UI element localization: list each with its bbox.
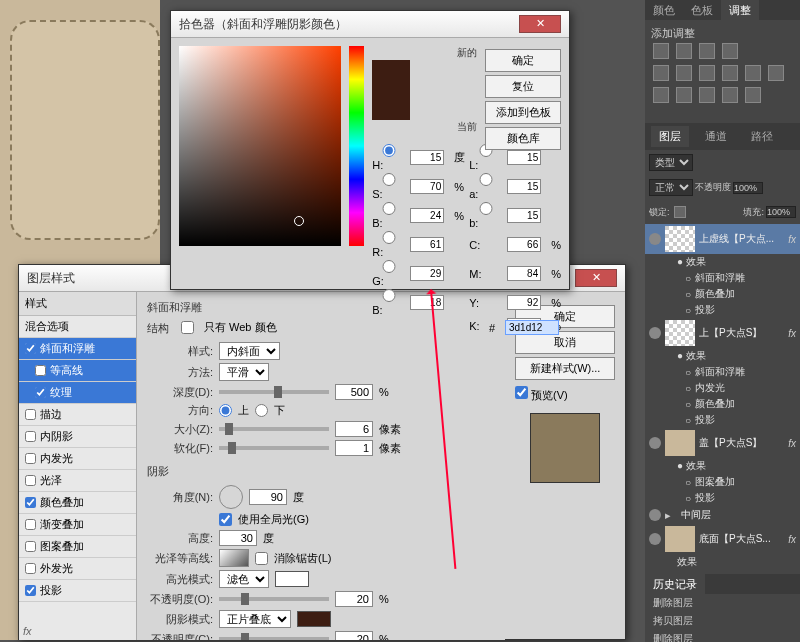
radio-b-rgb[interactable] [372, 289, 406, 302]
adjust-threshold-icon[interactable] [699, 87, 715, 103]
ok-button[interactable]: 确定 [485, 49, 561, 72]
close-button[interactable]: ✕ [519, 15, 561, 33]
soften-slider[interactable] [219, 446, 329, 450]
visibility-icon[interactable] [649, 327, 661, 339]
lock-pixels-icon[interactable] [674, 206, 686, 218]
fx-badge[interactable]: fx [788, 328, 796, 339]
effect-drop-shadow[interactable]: 投影 [645, 302, 800, 318]
direction-down-radio[interactable] [255, 404, 268, 417]
shadow-mode-select[interactable]: 正片叠底 [219, 610, 291, 628]
b-hsb-input[interactable] [410, 208, 444, 223]
style-opt-gradient-overlay[interactable]: 渐变叠加 [19, 514, 136, 536]
tab-adjust[interactable]: 调整 [721, 0, 759, 20]
radio-a[interactable] [469, 173, 503, 186]
size-input[interactable] [335, 421, 373, 437]
shadow-opacity-slider[interactable] [219, 637, 329, 640]
tab-paths[interactable]: 路径 [743, 126, 781, 147]
layer-kind-select[interactable]: 类型 [649, 154, 693, 171]
checkbox-satin[interactable] [25, 475, 36, 486]
c-input[interactable] [507, 237, 541, 252]
checkbox-pattern-overlay[interactable] [25, 541, 36, 552]
radio-g[interactable] [372, 260, 406, 273]
b-rgb-input[interactable] [410, 295, 444, 310]
adjust-hue-icon[interactable] [676, 65, 692, 81]
a-input[interactable] [507, 179, 541, 194]
effects-header[interactable]: ● 效果 [645, 458, 800, 474]
checkbox-drop-shadow[interactable] [25, 585, 36, 596]
layer-thumbnail[interactable] [665, 526, 695, 552]
depth-input[interactable] [335, 384, 373, 400]
add-swatch-button[interactable]: 添加到色板 [485, 101, 561, 124]
history-item[interactable]: 删除图层 [645, 630, 800, 642]
altitude-input[interactable] [219, 530, 257, 546]
direction-up-radio[interactable] [219, 404, 232, 417]
radio-s[interactable] [372, 173, 406, 186]
size-slider[interactable] [219, 427, 329, 431]
effect-color-overlay[interactable]: 颜色叠加 [645, 286, 800, 302]
r-input[interactable] [410, 237, 444, 252]
adjust-invert-icon[interactable] [653, 87, 669, 103]
style-opt-stroke[interactable]: 描边 [19, 404, 136, 426]
adjust-photo-filter-icon[interactable] [722, 65, 738, 81]
checkbox-inner-glow[interactable] [25, 453, 36, 464]
g-input[interactable] [410, 266, 444, 281]
antialias-checkbox[interactable] [255, 552, 268, 565]
adjust-brightness-icon[interactable] [653, 43, 669, 59]
checkbox-bevel[interactable] [25, 343, 36, 354]
adjust-exposure-icon[interactable] [722, 43, 738, 59]
effects-header[interactable]: 效果 [645, 554, 800, 570]
layer-item[interactable]: 底面【P大点S... fx [645, 524, 800, 554]
lab-b-input[interactable] [507, 208, 541, 223]
tab-history[interactable]: 历史记录 [645, 574, 705, 594]
highlight-opacity-input[interactable] [335, 591, 373, 607]
checkbox-contour[interactable] [35, 365, 46, 376]
visibility-icon[interactable] [649, 533, 661, 545]
blend-options-row[interactable]: 混合选项 [19, 316, 136, 338]
blend-mode-select[interactable]: 正常 [649, 179, 693, 196]
checkbox-texture[interactable] [35, 387, 46, 398]
tab-channels[interactable]: 通道 [697, 126, 735, 147]
global-light-checkbox[interactable] [219, 513, 232, 526]
adjust-selective-icon[interactable] [745, 87, 761, 103]
radio-r[interactable] [372, 231, 406, 244]
only-web-checkbox[interactable] [181, 321, 194, 334]
history-item[interactable]: 拷贝图层 [645, 612, 800, 630]
checkbox-stroke[interactable] [25, 409, 36, 420]
h-input[interactable] [410, 150, 444, 165]
color-libraries-button[interactable]: 颜色库 [485, 127, 561, 150]
tab-color[interactable]: 颜色 [645, 0, 683, 20]
radio-b[interactable] [372, 202, 406, 215]
y-input[interactable] [507, 295, 541, 310]
style-opt-bevel[interactable]: 斜面和浮雕 [19, 338, 136, 360]
style-opt-inner-glow[interactable]: 内发光 [19, 448, 136, 470]
effect-color-overlay[interactable]: 颜色叠加 [645, 396, 800, 412]
effect-inner-glow[interactable]: 内发光 [645, 380, 800, 396]
visibility-icon[interactable] [649, 509, 661, 521]
layer-item[interactable]: 盖【P大点S】 fx [645, 428, 800, 458]
fx-badge[interactable]: fx [788, 234, 796, 245]
style-opt-outer-glow[interactable]: 外发光 [19, 558, 136, 580]
visibility-icon[interactable] [649, 233, 661, 245]
style-opt-inner-shadow[interactable]: 内阴影 [19, 426, 136, 448]
effect-drop-shadow[interactable]: 投影 [645, 490, 800, 506]
layer-item[interactable]: 上【P大点S】 fx [645, 318, 800, 348]
opacity-input[interactable] [733, 182, 763, 194]
effect-pattern-overlay[interactable]: 图案叠加 [645, 474, 800, 490]
tab-swatches[interactable]: 色板 [683, 0, 721, 20]
style-opt-color-overlay[interactable]: 颜色叠加 [19, 492, 136, 514]
new-style-button[interactable]: 新建样式(W)... [515, 357, 615, 380]
checkbox-gradient-overlay[interactable] [25, 519, 36, 530]
layer-thumbnail[interactable] [665, 226, 695, 252]
fill-input[interactable] [766, 206, 796, 218]
s-input[interactable] [410, 179, 444, 194]
soften-input[interactable] [335, 440, 373, 456]
preview-checkbox[interactable] [515, 386, 528, 399]
history-item[interactable]: 删除图层 [645, 594, 800, 612]
checkbox-outer-glow[interactable] [25, 563, 36, 574]
bevel-style-select[interactable]: 内斜面 [219, 342, 280, 360]
tab-layers[interactable]: 图层 [651, 126, 689, 147]
effects-header[interactable]: ● 效果 [645, 254, 800, 270]
angle-dial[interactable] [219, 485, 243, 509]
style-opt-texture[interactable]: 纹理 [19, 382, 136, 404]
adjust-vibrance-icon[interactable] [653, 65, 669, 81]
